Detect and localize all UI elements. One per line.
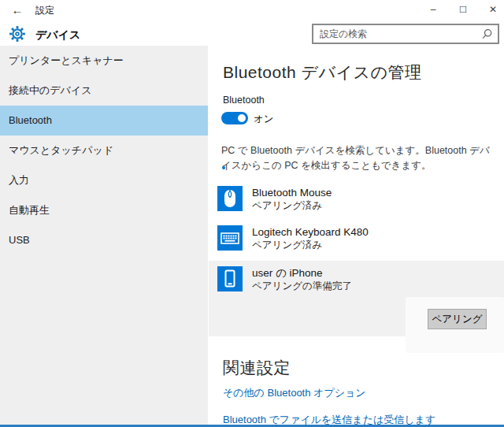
keyboard-icon — [217, 225, 243, 251]
search-status-text: PC で Bluetooth デバイスを検索しています。Bluetooth デバ… — [221, 143, 498, 174]
related-settings-heading: 関連設定 — [223, 357, 291, 379]
progress-dot-icon — [222, 166, 225, 169]
device-name: Bluetooth Mouse — [252, 186, 332, 199]
search-icon[interactable] — [481, 28, 493, 40]
sidebar: プリンターとスキャナー 接続中のデバイス Bluetooth マウスとタッチパッ… — [0, 46, 208, 425]
pair-button[interactable]: ペアリング — [428, 309, 487, 329]
minimize-button[interactable]: – — [420, 0, 447, 20]
device-name: user の iPhone — [252, 266, 352, 280]
bluetooth-toggle[interactable] — [221, 112, 248, 124]
bluetooth-toggle-label: Bluetooth — [223, 95, 265, 106]
sidebar-item-typing[interactable]: 入力 — [0, 165, 208, 195]
phone-icon — [217, 266, 243, 291]
sidebar-item-mouse-touchpad[interactable]: マウスとタッチパッド — [0, 136, 208, 165]
device-row-bluetooth-mouse[interactable]: Bluetooth Mouse ペアリング済み — [208, 186, 504, 224]
settings-window: ← 設定 – ☐ ✕ デバイス — [0, 0, 504, 427]
gear-icon — [9, 25, 26, 43]
sidebar-item-autoplay[interactable]: 自動再生 — [0, 195, 208, 225]
more-bluetooth-options-link[interactable]: その他の Bluetooth オプション — [223, 386, 366, 400]
sidebar-item-connected-devices[interactable]: 接続中のデバイス — [0, 76, 208, 106]
mouse-icon — [217, 186, 243, 211]
sidebar-item-usb[interactable]: USB — [0, 225, 208, 255]
back-button[interactable]: ← — [8, 2, 27, 19]
send-receive-files-link[interactable]: Bluetooth でファイルを送信または受信します — [223, 413, 435, 427]
device-name: Logitech Keyboard K480 — [252, 225, 369, 239]
device-row-logitech-keyboard[interactable]: Logitech Keyboard K480 ペアリング済み — [208, 225, 504, 263]
search-box — [312, 24, 499, 44]
toggle-knob-icon — [238, 114, 246, 122]
device-status: ペアリング済み — [252, 239, 369, 251]
manage-bluetooth-heading: Bluetooth デバイスの管理 — [223, 61, 422, 84]
window-title: 設定 — [35, 4, 54, 17]
bluetooth-toggle-state: オン — [254, 113, 274, 126]
device-status: ペアリングの準備完了 — [252, 280, 352, 292]
device-status: ペアリング済み — [252, 199, 332, 212]
search-input[interactable] — [313, 25, 498, 43]
sidebar-item-printers-scanners[interactable]: プリンターとスキャナー — [0, 46, 208, 76]
main-content: Bluetooth デバイスの管理 Bluetooth オン PC で Blue… — [208, 46, 504, 425]
page-title: デバイス — [35, 28, 80, 43]
sidebar-item-bluetooth[interactable]: Bluetooth — [0, 106, 208, 136]
title-bar: ← 設定 – ☐ ✕ — [0, 0, 504, 20]
maximize-button[interactable]: ☐ — [450, 0, 476, 20]
close-button[interactable]: ✕ — [480, 0, 504, 20]
